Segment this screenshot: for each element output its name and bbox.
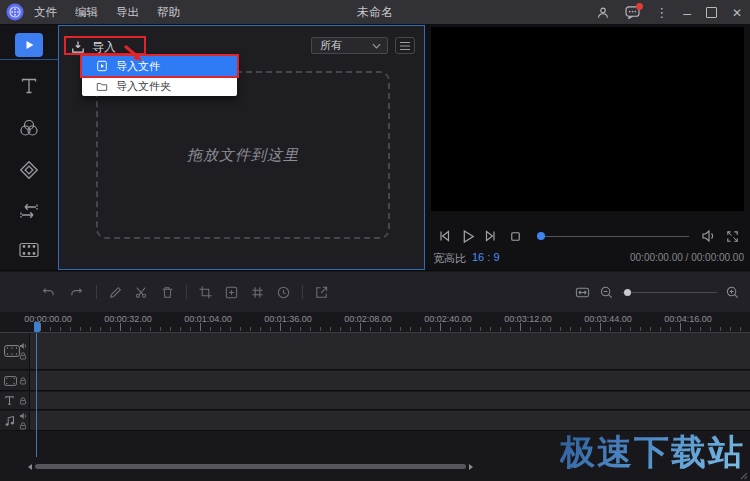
fullscreen-icon[interactable] — [725, 229, 740, 244]
sidebar-item-overlays[interactable] — [0, 159, 58, 181]
split-button[interactable] — [134, 285, 149, 300]
resize-grip[interactable] — [738, 470, 748, 480]
track-audio[interactable] — [0, 411, 750, 431]
delete-button[interactable] — [160, 285, 175, 300]
menu-item-import-folder[interactable]: 导入文件夹 — [82, 76, 237, 96]
lock-track-icon[interactable] — [19, 397, 27, 405]
close-button[interactable]: ✕ — [732, 7, 742, 19]
playhead-handle[interactable] — [34, 322, 40, 332]
timeline-tools — [40, 285, 329, 300]
zoom-region-button[interactable] — [224, 285, 239, 300]
seek-track — [537, 236, 689, 238]
redo-button[interactable] — [68, 285, 85, 300]
maximize-button[interactable] — [706, 7, 717, 18]
crop-button[interactable] — [198, 285, 213, 300]
scroll-right-icon[interactable] — [469, 464, 473, 470]
aspect-ratio-value[interactable]: 16 : 9 — [472, 251, 500, 263]
volume-icon[interactable] — [701, 229, 717, 243]
site-watermark: 极速下载站 — [560, 429, 745, 476]
previous-frame-button[interactable] — [437, 228, 453, 244]
filter-selected-value: 所有 — [320, 38, 372, 53]
media-dropzone[interactable]: 拖放文件到这里 — [96, 71, 390, 239]
timecode-display: 00:00:00.00 / 00:00:00.00 — [630, 252, 744, 263]
scroll-left-icon[interactable] — [28, 464, 32, 470]
stop-button[interactable] — [508, 229, 523, 244]
notification-badge — [636, 3, 643, 10]
account-icon[interactable] — [596, 6, 610, 20]
export-clip-button[interactable] — [314, 285, 329, 300]
edit-button[interactable] — [108, 285, 123, 300]
sidebar-divider — [0, 59, 58, 60]
zoom-in-button[interactable] — [725, 285, 740, 300]
sidebar — [0, 25, 58, 270]
menu-export[interactable]: 导出 — [116, 5, 139, 20]
titlebar-controls: ⋮ – ✕ — [596, 0, 742, 25]
fit-timeline-button[interactable] — [574, 285, 591, 300]
seek-slider[interactable] — [537, 231, 689, 241]
mute-track-icon[interactable] — [19, 342, 27, 350]
menu-help[interactable]: 帮助 — [157, 5, 180, 20]
scrollbar-thumb[interactable] — [35, 464, 466, 469]
seek-handle[interactable] — [537, 232, 545, 240]
dropzone-hint: 拖放文件到这里 — [187, 146, 299, 165]
ruler-major-ticks — [40, 323, 750, 331]
duration-button[interactable] — [276, 285, 291, 300]
audio-track-icon — [4, 415, 16, 427]
aspect-ratio-label: 宽高比 — [433, 251, 466, 266]
playhead-line — [36, 333, 37, 457]
minimize-button[interactable]: – — [683, 6, 691, 20]
sidebar-item-elements[interactable] — [0, 241, 58, 259]
sidebar-item-media[interactable] — [15, 33, 43, 57]
lock-track-icon[interactable] — [19, 422, 27, 430]
list-icon — [399, 41, 411, 51]
media-filter-select[interactable]: 所有 — [311, 37, 388, 54]
menu-edit[interactable]: 编辑 — [75, 5, 98, 20]
menu-item-label: 导入文件夹 — [116, 79, 171, 94]
mosaic-button[interactable] — [250, 285, 265, 300]
sidebar-item-text[interactable] — [0, 76, 58, 96]
folder-icon — [96, 81, 108, 92]
more-menu-icon[interactable]: ⋮ — [655, 6, 668, 19]
zoom-slider-track — [622, 292, 717, 293]
play-media-icon — [23, 39, 35, 51]
video-preview — [431, 27, 744, 211]
track-video[interactable] — [0, 333, 750, 370]
sidebar-item-transitions[interactable] — [0, 201, 58, 221]
mute-track-icon[interactable] — [19, 412, 27, 420]
next-frame-button[interactable] — [482, 228, 498, 244]
track-text-header — [0, 392, 30, 409]
zoom-slider-handle[interactable] — [624, 289, 631, 296]
play-button[interactable] — [459, 228, 476, 245]
track-audio-header — [0, 411, 30, 430]
preview-panel: 宽高比 16 : 9 00:00:00.00 / 00:00:00.00 — [425, 25, 750, 270]
feedback-icon[interactable] — [625, 6, 640, 19]
main-content: 导入 所有 拖放文件到这里 — [0, 25, 750, 270]
elements-icon — [18, 241, 40, 259]
zoom-slider[interactable] — [622, 288, 717, 296]
annotation-box-import-file — [80, 54, 239, 78]
timeline-zoom-controls — [574, 285, 740, 300]
undo-button[interactable] — [40, 285, 57, 300]
menu-file[interactable]: 文件 — [34, 5, 57, 20]
toolbar-separator — [302, 285, 303, 299]
video-track-icon — [4, 345, 20, 357]
horizontal-scrollbar[interactable] — [28, 463, 473, 470]
annotation-arrow — [117, 42, 149, 68]
timeline-section: 00:00:00.0000:00:32.0000:01:04.0000:01:3… — [0, 270, 750, 481]
transitions-icon — [18, 201, 40, 221]
toolbar-separator — [96, 285, 97, 299]
toolbar-separator — [186, 285, 187, 299]
zoom-out-button[interactable] — [599, 285, 614, 300]
track-pip-header — [0, 371, 30, 390]
lock-track-icon[interactable] — [19, 377, 27, 385]
track-pip[interactable] — [0, 371, 750, 391]
app-logo-icon — [6, 3, 24, 21]
chevron-down-icon — [372, 43, 381, 49]
sidebar-item-filters[interactable] — [0, 117, 58, 139]
view-list-button[interactable] — [395, 37, 415, 54]
lock-track-icon[interactable] — [19, 352, 27, 360]
timeline-ruler[interactable]: 00:00:00.0000:00:32.0000:01:04.0000:01:3… — [0, 313, 750, 333]
overlays-icon — [18, 159, 40, 181]
track-text[interactable] — [0, 392, 750, 410]
text-icon — [19, 76, 39, 96]
